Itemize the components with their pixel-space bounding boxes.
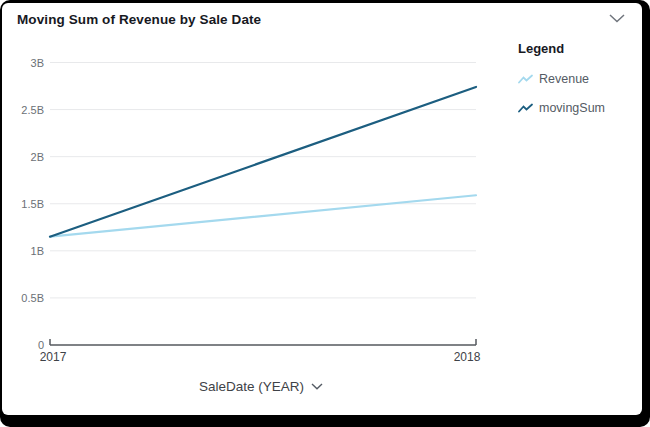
x-axis-tick-label: 2017	[40, 350, 67, 364]
screenshot-frame: Moving Sum of Revenue by Sale Date 3B2.5…	[0, 0, 650, 427]
legend-title: Legend	[518, 41, 633, 56]
y-axis-tick-label: 1B	[31, 245, 44, 257]
movingsum-line-icon	[518, 103, 533, 114]
legend-item-movingsum[interactable]: movingSum	[518, 101, 633, 115]
chevron-down-icon	[311, 383, 323, 390]
y-axis-tick-label: 1.5B	[21, 198, 44, 210]
y-axis-tick-label: 2.5B	[21, 104, 44, 116]
visual-card: Moving Sum of Revenue by Sale Date 3B2.5…	[2, 3, 642, 415]
y-axis-tick-label: 0.5B	[21, 292, 44, 304]
y-axis-tick-label: 2B	[31, 151, 44, 163]
series-line-Revenue[interactable]	[50, 195, 476, 236]
y-axis-tick-label: 3B	[31, 57, 44, 69]
x-axis-field-dropdown[interactable]: SaleDate (YEAR)	[2, 379, 520, 394]
x-axis-tick-label: 2018	[454, 350, 481, 364]
legend-item-label: Revenue	[539, 72, 589, 86]
legend: Legend Revenue movingSum	[518, 41, 633, 130]
legend-item-revenue[interactable]: Revenue	[518, 72, 633, 86]
legend-item-label: movingSum	[539, 101, 605, 115]
x-axis-field-label: SaleDate (YEAR)	[199, 379, 304, 394]
revenue-line-icon	[518, 74, 533, 85]
